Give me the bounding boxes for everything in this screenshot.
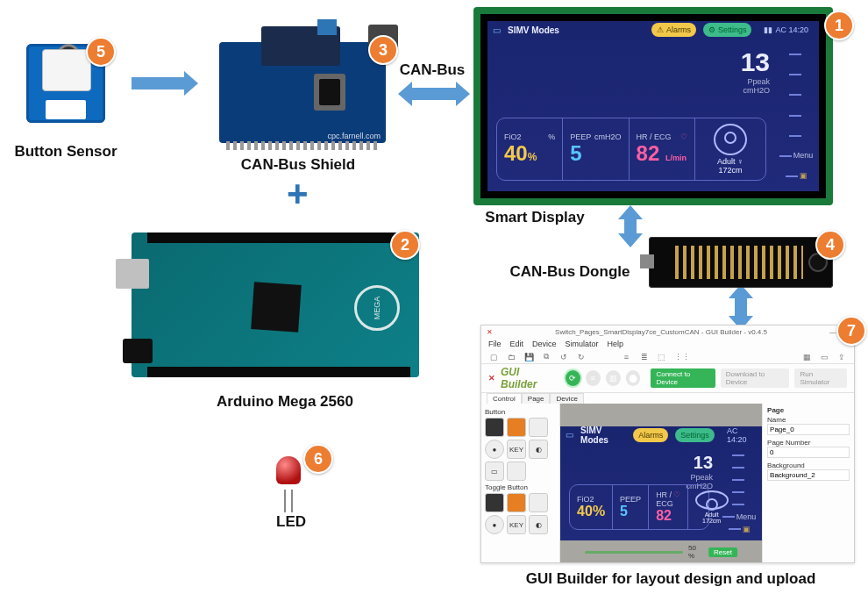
badge-1: 1	[824, 11, 854, 40]
palette-widget[interactable]	[507, 461, 526, 481]
tool-align-icon[interactable]: ≡	[622, 353, 632, 361]
cell-fio2[interactable]: FiO2% 40%	[497, 118, 563, 180]
mega-header-bottom	[147, 367, 410, 377]
step-2-icon[interactable]: ≡	[586, 370, 601, 386]
tab-control[interactable]: Control	[487, 393, 522, 404]
tool-export-icon[interactable]: ⇪	[836, 353, 847, 361]
tool-redo-icon[interactable]: ↻	[576, 353, 587, 361]
tool-copy-icon[interactable]: ⧉	[541, 352, 551, 361]
tab-device[interactable]: Device	[550, 393, 583, 404]
step-3-icon[interactable]: ▥	[606, 370, 621, 386]
alarms-pill[interactable]: ⚠Alarms	[651, 23, 696, 37]
menu-help[interactable]: Help	[608, 340, 624, 348]
side-item[interactable]	[789, 70, 803, 79]
side-item[interactable]	[789, 50, 803, 59]
design-canvas[interactable]: ▭ SIMV Modes Alarms Settings AC 14:20 13…	[560, 404, 762, 562]
display-bezel: ▭ SIMV Modes ⚠Alarms ⚙Settings ▮▮AC 14:2…	[480, 14, 826, 198]
badge-6: 6	[303, 444, 333, 474]
toolbar[interactable]: ▢ 🗀 💾 ⧉ ↺ ↻ ≡ ≣ ⬚ ⋮⋮ ▦ ▭ ⇪	[481, 350, 854, 364]
arrow-display-to-dongle	[624, 219, 637, 233]
usb-port-icon	[116, 259, 149, 289]
settings-pill[interactable]: ⚙Settings	[703, 23, 752, 37]
badge-2: 2	[390, 230, 420, 260]
zoom-reset-button[interactable]: Reset	[708, 547, 737, 557]
tool-open-icon[interactable]: 🗀	[506, 353, 516, 361]
brand-row: ✕ GUI Builder ⟳ ≡ ▥ ⬤ Connect to Device …	[481, 364, 854, 393]
palette-widget[interactable]	[485, 418, 504, 437]
palette-widget[interactable]: ●	[485, 515, 504, 534]
label-led: LED	[265, 513, 317, 531]
zoom-slider[interactable]	[585, 551, 683, 554]
step-1-icon[interactable]: ⟳	[566, 370, 580, 386]
palette-widget[interactable]	[507, 418, 526, 437]
label-can-dongle: CAN-Bus Dongle	[500, 263, 640, 281]
home-icon[interactable]: ▭	[493, 25, 501, 35]
palette-widget[interactable]	[529, 493, 548, 512]
side-item[interactable]: ▣	[786, 171, 808, 180]
display-screen[interactable]: ▭ SIMV Modes ⚠Alarms ⚙Settings ▮▮AC 14:2…	[487, 21, 819, 191]
widget-palette[interactable]: Button ● KEY ◐ ▭ Toggle Button	[481, 404, 560, 562]
left-tabs[interactable]: Control Page Device	[481, 393, 854, 404]
step-4-icon[interactable]: ⬤	[626, 370, 641, 386]
screen-sidebar: Menu ▣	[779, 44, 814, 186]
grove-connector	[46, 100, 86, 119]
tool-layers-icon[interactable]: ⬚	[657, 353, 667, 361]
props-heading: Page	[767, 406, 850, 414]
screen-title: SIMV Modes	[508, 25, 559, 35]
properties-panel[interactable]: Page Name Page Number Background	[762, 404, 854, 562]
run-button[interactable]: Run Simulator	[794, 368, 847, 388]
download-button[interactable]: Download to Device	[721, 368, 790, 388]
side-item-menu[interactable]: Menu	[779, 151, 814, 160]
cell-hr[interactable]: HR / ECG♡ 82 L/min	[630, 118, 695, 180]
tool-page-icon[interactable]: ▭	[819, 353, 829, 361]
arrow-shield-to-display	[412, 88, 456, 100]
menu-simulator[interactable]: Simulator	[566, 340, 599, 348]
palette-widget[interactable]: ◐	[529, 515, 548, 534]
props-pagenum-input[interactable]	[767, 447, 850, 458]
zoom-bar[interactable]: 50 % Reset	[585, 544, 737, 560]
cell-patient[interactable]: Adult ♀172cm	[695, 118, 765, 180]
gui-builder-window[interactable]: ✕ Switch_Pages_SmartDisplay7ce_CustomCAN…	[480, 325, 855, 563]
menu-file[interactable]: File	[488, 340, 502, 348]
palette-widget[interactable]: ●	[485, 440, 504, 459]
tool-new-icon[interactable]: ▢	[488, 353, 499, 361]
smart-display: ▭ SIMV Modes ⚠Alarms ⚙Settings ▮▮AC 14:2…	[473, 7, 833, 205]
tool-undo-icon[interactable]: ↺	[559, 353, 569, 361]
palette-widget[interactable]	[529, 418, 548, 437]
tab-page[interactable]: Page	[522, 393, 551, 404]
battery-status: ▮▮AC 14:20	[758, 23, 814, 37]
tool-align-icon[interactable]: ≣	[639, 353, 650, 361]
side-item[interactable]	[789, 111, 803, 119]
props-name-label: Name	[767, 416, 850, 424]
tool-grid-icon[interactable]: ▦	[801, 353, 812, 361]
led-legs-icon	[284, 490, 286, 512]
led-bulb-icon	[276, 456, 301, 484]
tool-save-icon[interactable]: 💾	[523, 353, 534, 361]
menu-device[interactable]: Device	[532, 340, 557, 348]
sd-slot-icon	[314, 74, 345, 111]
palette-widget[interactable]: KEY	[507, 515, 526, 534]
palette-widget[interactable]	[507, 493, 526, 512]
arduino-mega-board: MEGA	[132, 233, 419, 377]
screen-topbar: ▭ SIMV Modes ⚠Alarms ⚙Settings ▮▮AC 14:2…	[487, 21, 819, 39]
palette-widget[interactable]: KEY	[507, 440, 526, 459]
connect-button[interactable]: Connect to Device	[651, 368, 715, 388]
cell-peep[interactable]: PEEPcmH2O 5	[563, 118, 629, 180]
shield-terminal	[317, 19, 337, 35]
palette-widget[interactable]: ▭	[485, 461, 504, 481]
props-bg-input[interactable]	[767, 469, 850, 481]
palette-widget[interactable]: ◐	[529, 440, 548, 459]
menu-bar[interactable]: File Edit Device Simulator Help	[481, 338, 854, 350]
ppeak-readout: 13 Ppeak cmH2O	[741, 47, 770, 95]
badge-4: 4	[815, 230, 845, 260]
patient-avatar-icon	[714, 124, 747, 155]
side-item[interactable]	[789, 131, 803, 140]
side-item[interactable]	[789, 90, 803, 99]
tool-distribute-icon[interactable]: ⋮⋮	[674, 353, 685, 361]
window-title: Switch_Pages_SmartDisplay7ce_CustomCAN -…	[555, 328, 767, 336]
props-name-input[interactable]	[767, 424, 850, 435]
window-titlebar[interactable]: ✕ Switch_Pages_SmartDisplay7ce_CustomCAN…	[481, 326, 854, 338]
canvas-screen-preview[interactable]: ▭ SIMV Modes Alarms Settings AC 14:20 13…	[560, 426, 762, 540]
menu-edit[interactable]: Edit	[510, 340, 524, 348]
palette-widget[interactable]	[485, 493, 504, 512]
